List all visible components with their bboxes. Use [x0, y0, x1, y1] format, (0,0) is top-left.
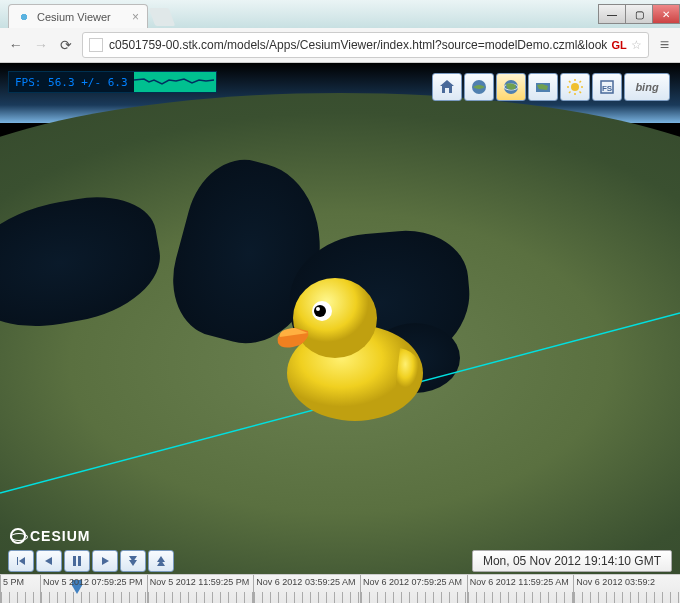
play-forward-button[interactable]	[92, 550, 118, 572]
tab-title: Cesium Viewer	[37, 11, 111, 23]
revplay-icon	[43, 555, 55, 567]
cesium-logo: CESIUM	[10, 528, 90, 544]
forward-button[interactable]: →	[31, 34, 50, 56]
sun-icon	[566, 78, 584, 96]
lake	[0, 187, 169, 340]
up-icon	[155, 555, 167, 567]
speed-down-button[interactable]	[120, 550, 146, 572]
browser-chrome: Cesium Viewer × — ▢ ✕ ← → ⟳ c0501759-00.…	[0, 0, 680, 63]
svg-point-4	[314, 305, 326, 317]
svg-point-2	[293, 278, 377, 358]
home-icon	[438, 78, 456, 96]
close-window-button[interactable]: ✕	[652, 4, 680, 24]
timeline-tick: Nov 6 2012 11:59:25 AM	[467, 575, 574, 603]
new-tab-button[interactable]	[149, 8, 176, 26]
timestamp-display: Mon, 05 Nov 2012 19:14:10 GMT	[472, 550, 672, 572]
timeline-tick: Nov 6 2012 03:59:2	[573, 575, 680, 603]
svg-line-18	[580, 81, 582, 83]
timeline-tick: Nov 5 2012 07:59:25 PM	[40, 575, 147, 603]
menu-button[interactable]: ≡	[655, 34, 674, 56]
minimize-button[interactable]: —	[598, 4, 626, 24]
favicon-icon	[17, 10, 31, 24]
skipback-icon	[15, 555, 27, 567]
fps-text: FPS: 56.3 +/- 6.3	[9, 76, 134, 89]
timeline-tick: Nov 6 2012 07:59:25 AM	[360, 575, 467, 603]
maximize-button[interactable]: ▢	[625, 4, 653, 24]
playback-controls	[8, 550, 174, 572]
browser-tab[interactable]: Cesium Viewer ×	[8, 4, 148, 28]
skip-back-button[interactable]	[8, 550, 34, 572]
svg-line-15	[569, 81, 571, 83]
scene-canvas[interactable]	[0, 63, 680, 603]
url-text: c0501759-00.stk.com/models/Apps/CesiumVi…	[109, 38, 607, 52]
home-button[interactable]	[432, 73, 462, 101]
url-bar[interactable]: c0501759-00.stk.com/models/Apps/CesiumVi…	[82, 32, 649, 58]
cesium-logo-text: CESIUM	[30, 528, 90, 544]
fps-counter: FPS: 56.3 +/- 6.3	[8, 71, 217, 93]
bookmark-icon[interactable]: ☆	[631, 38, 642, 52]
globe2d-icon	[470, 78, 488, 96]
gl-badge: GL	[611, 39, 626, 51]
timeline-tick: Nov 5 2012 11:59:25 PM	[147, 575, 254, 603]
fullscreen-button[interactable]: FS	[592, 73, 622, 101]
view-2d-button[interactable]	[464, 73, 494, 101]
timeline-tick: 5 PM	[0, 575, 40, 603]
lighting-button[interactable]	[560, 73, 590, 101]
viewer-toolbar: FSbing	[432, 73, 670, 101]
imagery-picker[interactable]: bing	[624, 73, 670, 101]
svg-point-10	[571, 83, 579, 91]
model-rubber-duck	[260, 253, 440, 433]
pause-button[interactable]	[64, 550, 90, 572]
fps-graph	[134, 72, 216, 92]
svg-point-5	[316, 307, 320, 311]
page-icon	[89, 38, 103, 52]
view-3d-button[interactable]	[496, 73, 526, 101]
down-icon	[127, 555, 139, 567]
nav-bar: ← → ⟳ c0501759-00.stk.com/models/Apps/Ce…	[0, 28, 680, 62]
timeline-tick: Nov 6 2012 03:59:25 AM	[253, 575, 360, 603]
pause-icon	[71, 555, 83, 567]
back-button[interactable]: ←	[6, 34, 25, 56]
cesium-logo-icon	[10, 528, 26, 544]
speed-up-button[interactable]	[148, 550, 174, 572]
fs-icon: FS	[598, 78, 616, 96]
view-columbus-button[interactable]	[528, 73, 558, 101]
svg-line-16	[580, 92, 582, 94]
svg-line-17	[569, 92, 571, 94]
reload-button[interactable]: ⟳	[57, 34, 76, 56]
svg-text:FS: FS	[602, 84, 613, 93]
title-bar: Cesium Viewer × — ▢ ✕	[0, 0, 680, 28]
close-tab-icon[interactable]: ×	[132, 10, 139, 24]
play-icon	[99, 555, 111, 567]
play-reverse-button[interactable]	[36, 550, 62, 572]
timeline[interactable]: 5 PMNov 5 2012 07:59:25 PMNov 5 2012 11:…	[0, 574, 680, 603]
globe3d-icon	[502, 78, 520, 96]
cesium-viewer: FPS: 56.3 +/- 6.3 FSbing CESIUM Mon, 05 …	[0, 63, 680, 603]
flat-icon	[534, 78, 552, 96]
